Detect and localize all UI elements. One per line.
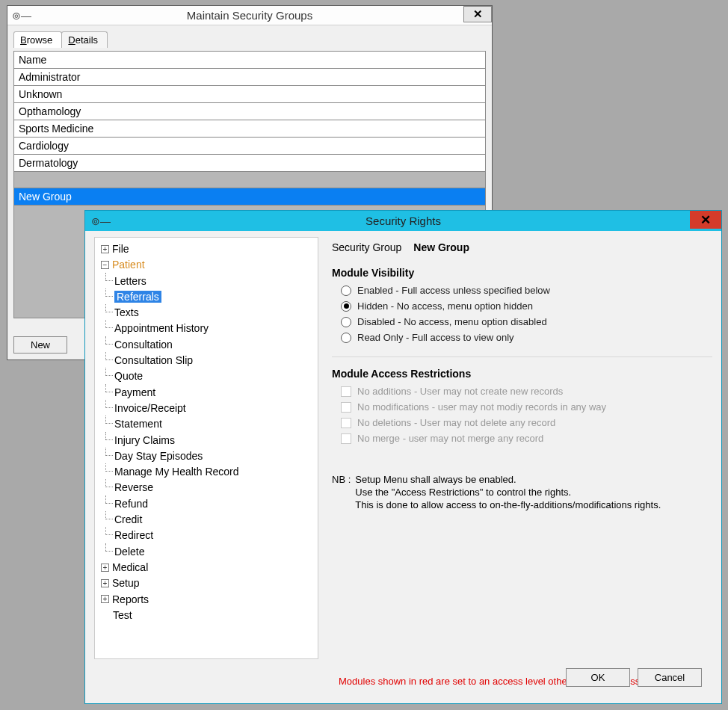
security-group-label: Security Group — [332, 241, 401, 253]
access-option-3: No merge - user may not merge any record — [341, 433, 712, 444]
tree-node-refund[interactable]: Refund — [114, 498, 148, 510]
access-option-1: No modifications - user may not modiy re… — [341, 401, 712, 413]
module-access-title: Module Access Restrictions — [332, 368, 712, 380]
visibility-option-1[interactable]: Hidden - No access, menu option hidden — [341, 300, 712, 312]
nb-text: Setup Menu shall always be enabled. Use … — [355, 474, 661, 512]
tree-node-test[interactable]: Test — [113, 609, 132, 621]
tree-node-reports[interactable]: Reports — [112, 593, 149, 605]
access-option-2: No deletions - User may not delete any r… — [341, 417, 712, 428]
visibility-option-0[interactable]: Enabled - Full access unless specified b… — [341, 285, 712, 296]
tree-node-reverse[interactable]: Reverse — [114, 482, 153, 494]
checkbox-icon — [341, 402, 351, 413]
visibility-option-2[interactable]: Disabled - No access, menu option disabl… — [341, 316, 712, 327]
tree-node-consultation-slip[interactable]: Consultation Slip — [114, 354, 193, 366]
checkbox-icon — [341, 433, 351, 444]
module-tree[interactable]: +File−PatientLettersReferralsTextsAppoin… — [94, 237, 318, 659]
grid-gap — [14, 172, 485, 188]
tree-node-consultation[interactable]: Consultation — [114, 339, 173, 351]
visibility-option-label: Disabled - No access, menu option disabl… — [357, 316, 547, 327]
tree-node-manage-my-health-record[interactable]: Manage My Health Record — [114, 466, 239, 478]
tree-node-redirect[interactable]: Redirect — [114, 530, 153, 542]
tree-expand-icon[interactable]: + — [101, 245, 109, 253]
table-row[interactable]: Unknown — [14, 86, 485, 103]
close-button[interactable]: ✕ — [463, 6, 492, 22]
tree-node-medical[interactable]: Medical — [112, 561, 148, 573]
security-rights-window: ⊚— Security Rights ✕ +File−PatientLetter… — [84, 210, 722, 704]
tree-expand-icon[interactable]: − — [101, 261, 109, 269]
tree-node-day-stay-episodes[interactable]: Day Stay Episodes — [114, 450, 203, 462]
module-visibility-title: Module Visibility — [332, 267, 712, 279]
access-option-0: No additions - User may not create new r… — [341, 386, 712, 397]
table-row[interactable]: Opthamology — [14, 103, 485, 120]
new-button[interactable]: New — [13, 336, 67, 354]
table-row[interactable]: Administrator — [14, 69, 485, 86]
cancel-button[interactable]: Cancel — [638, 668, 702, 687]
radio-icon[interactable] — [341, 333, 351, 343]
access-option-label: No additions - User may not create new r… — [357, 386, 563, 397]
tree-node-delete[interactable]: Delete — [114, 546, 144, 558]
tree-node-credit[interactable]: Credit — [114, 513, 142, 525]
checkbox-icon — [341, 386, 351, 397]
visibility-option-3[interactable]: Read Only - Full access to view only — [341, 332, 712, 343]
tree-node-quote[interactable]: Quote — [114, 371, 143, 383]
win2-titlebar: ⊚— Security Rights ✕ — [85, 211, 721, 231]
table-row-selected[interactable]: New Group — [14, 188, 485, 206]
access-option-label: No merge - user may not merge any record — [357, 433, 543, 444]
tree-node-statement[interactable]: Statement — [114, 419, 162, 430]
tree-expand-icon[interactable]: + — [101, 579, 109, 587]
tree-expand-icon[interactable]: + — [101, 564, 109, 572]
tab-details[interactable]: Details — [61, 31, 108, 48]
win1-titlebar: ⊚— Maintain Security Groups ✕ — [7, 6, 492, 25]
right-pane: Security Group New Group Module Visibili… — [332, 237, 712, 694]
visibility-option-label: Enabled - Full access unless specified b… — [357, 285, 550, 296]
table-row[interactable]: Cardiology — [14, 138, 485, 155]
win1-tabs: Browse Details — [13, 31, 486, 48]
tree-node-file[interactable]: File — [112, 243, 129, 255]
visibility-option-label: Hidden - No access, menu option hidden — [357, 300, 533, 312]
win1-title: Maintain Security Groups — [7, 9, 492, 22]
table-row[interactable]: Dermatology — [14, 155, 485, 172]
radio-icon[interactable] — [341, 301, 351, 312]
tree-node-letters[interactable]: Letters — [114, 275, 146, 287]
radio-icon[interactable] — [341, 285, 351, 296]
security-group-value: New Group — [413, 241, 469, 253]
tree-node-invoice-receipt[interactable]: Invoice/Receipt — [114, 402, 186, 414]
tree-node-referrals[interactable]: Referrals — [114, 291, 161, 303]
divider — [332, 356, 712, 357]
tree-expand-icon[interactable]: + — [101, 595, 109, 603]
access-option-label: No deletions - User may not delete any r… — [357, 417, 555, 428]
table-row[interactable]: Sports Medicine — [14, 120, 485, 138]
tree-node-setup[interactable]: Setup — [112, 578, 140, 590]
tree-node-appointment-history[interactable]: Appointment History — [114, 323, 209, 335]
access-option-label: No modifications - user may not modiy re… — [357, 401, 606, 413]
close-button[interactable]: ✕ — [690, 211, 721, 229]
tree-node-payment[interactable]: Payment — [114, 386, 155, 398]
checkbox-icon — [341, 418, 351, 428]
radio-icon[interactable] — [341, 317, 351, 327]
visibility-option-label: Read Only - Full access to view only — [357, 332, 514, 343]
ok-button[interactable]: OK — [566, 668, 630, 687]
tree-node-injury-claims[interactable]: Injury Claims — [114, 434, 175, 446]
tree-node-patient[interactable]: Patient — [112, 259, 145, 271]
win2-title: Security Rights — [85, 214, 721, 227]
tree-node-texts[interactable]: Texts — [114, 306, 139, 318]
grid-header-name: Name — [14, 52, 485, 69]
tab-browse[interactable]: Browse — [13, 31, 62, 48]
nb-label: NB : — [332, 474, 351, 512]
